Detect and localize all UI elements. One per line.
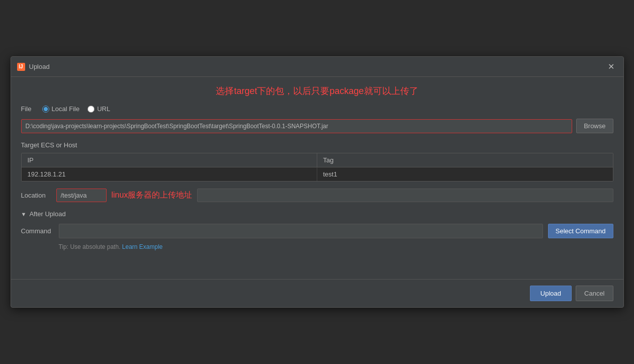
location-row: Location /test/java linux服务器的上传地址 [21,189,613,202]
after-upload-title: After Upload [29,210,65,218]
ip-header: IP [22,153,317,167]
target-table: IP Tag 192.128.1.21 test1 [21,153,613,181]
ip-cell: 192.128.1.21 [22,167,317,181]
location-label: Location [21,192,51,199]
title-bar-left: IJ Upload [17,63,50,71]
url-label: URL [97,105,110,113]
upload-button[interactable]: Upload [530,286,572,301]
local-file-radio[interactable] [42,106,49,113]
target-section-label: Target ECS or Host [21,141,613,149]
browse-button[interactable]: Browse [576,119,613,133]
local-file-label: Local File [52,105,80,113]
dialog-title: Upload [29,63,50,70]
file-path-row: Browse [21,119,613,133]
upload-dialog: IJ Upload ✕ 选择target下的包，以后只要package就可以上传… [11,56,624,308]
radio-group: Local File URL [42,105,111,113]
url-option[interactable]: URL [87,105,110,113]
command-label: Command [21,227,54,235]
cancel-button[interactable]: Cancel [576,286,613,301]
file-path-input[interactable] [21,119,573,133]
command-row: Command Select Command [21,224,613,238]
tag-cell: test1 [317,167,613,181]
top-annotation: 选择target下的包，以后只要package就可以上传了 [21,85,613,97]
table-row[interactable]: 192.128.1.21 test1 [22,167,613,181]
file-row: File Local File URL [21,105,613,113]
dialog-footer: Upload Cancel [11,279,623,307]
url-radio[interactable] [87,106,95,113]
tag-header: Tag [317,153,613,167]
table-header: IP Tag [22,153,613,167]
file-label: File [21,105,36,113]
app-icon: IJ [17,63,25,71]
location-annotation: linux服务器的上传地址 [112,190,193,201]
collapse-arrow-icon: ▼ [21,211,27,217]
tip-row: Tip: Use absolute path. Learn Example [21,243,613,250]
tip-text: Tip: Use absolute path. [59,243,121,250]
after-upload-section: ▼ After Upload Command Select Command Ti… [21,210,613,250]
location-input[interactable] [197,189,613,202]
command-input[interactable] [59,224,543,238]
select-command-button[interactable]: Select Command [548,224,613,238]
local-file-option[interactable]: Local File [42,105,80,113]
title-bar: IJ Upload ✕ [11,57,623,77]
close-button[interactable]: ✕ [605,61,617,72]
after-upload-header[interactable]: ▼ After Upload [21,210,613,218]
dialog-content: 选择target下的包，以后只要package就可以上传了 File Local… [11,77,623,279]
learn-example-link[interactable]: Learn Example [122,243,163,250]
location-value-box: /test/java [56,189,107,202]
